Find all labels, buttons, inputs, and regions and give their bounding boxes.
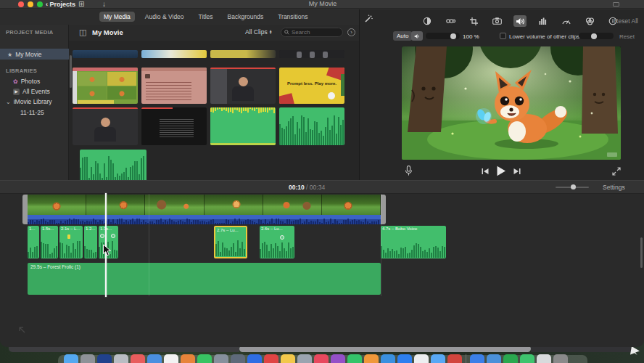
fullscreen-icon[interactable]: [612, 167, 621, 176]
media-browser-icon[interactable]: ⊞: [78, 0, 84, 9]
enhance-wand-icon[interactable]: [364, 15, 373, 23]
tab-titles[interactable]: Titles: [194, 12, 218, 22]
play-icon[interactable]: [496, 166, 506, 176]
media-thumbnail-fox-grid[interactable]: [73, 68, 138, 104]
media-thumbnail[interactable]: [141, 50, 207, 58]
media-thumbnail[interactable]: [279, 50, 344, 58]
audio-clip-6[interactable]: 2.6s – Lu...: [260, 226, 294, 258]
dock-app-icon[interactable]: [164, 354, 178, 363]
previous-frame-icon[interactable]: [482, 168, 489, 175]
volume-icon[interactable]: [513, 15, 527, 27]
dock-app-icon[interactable]: [553, 354, 568, 363]
dock-app-icon[interactable]: [114, 354, 128, 363]
sidebar-item-all-events[interactable]: ▶ All Events: [13, 88, 50, 95]
media-scrollbar[interactable]: [70, 55, 72, 88]
media-thumbnail-notes[interactable]: [141, 68, 207, 104]
audio-clip-selected[interactable]: 2.7s – Lu...: [214, 226, 247, 258]
dock-app-icon[interactable]: [64, 354, 78, 363]
dock-app-icon[interactable]: [537, 354, 551, 363]
timeline-zoom-slider[interactable]: [556, 187, 589, 188]
dock-app-icon[interactable]: [347, 354, 362, 363]
audio-clip-3[interactable]: 2.1s – L...: [59, 226, 83, 258]
volume-reset-button[interactable]: Reset: [619, 33, 635, 40]
auto-volume-button[interactable]: Auto: [393, 31, 412, 41]
dock-app-icon[interactable]: [381, 354, 395, 363]
tab-backgrounds[interactable]: Backgrounds: [223, 12, 268, 22]
dock-app-icon[interactable]: [214, 354, 228, 363]
volume-keyframe[interactable]: [280, 235, 284, 240]
sidebar-item-imovie-library[interactable]: ⌄ iMovie Library: [6, 98, 52, 105]
color-balance-icon[interactable]: [421, 15, 434, 27]
timeline[interactable]: 1... 1.5s... 2.1s – L... 1.2... 1.3s...: [0, 194, 644, 347]
media-thumbnail-slide[interactable]: Prompt less. Play more.: [279, 68, 344, 104]
reset-all-button[interactable]: Reset All: [614, 17, 638, 25]
tab-my-media[interactable]: My Media: [99, 12, 135, 22]
dock-app-icon[interactable]: [281, 354, 295, 363]
video-clip-audio-track[interactable]: [28, 215, 381, 224]
dock-app-icon[interactable]: [431, 354, 445, 363]
dock-app-icon[interactable]: [364, 354, 379, 363]
noise-reduction-icon[interactable]: [537, 15, 550, 27]
dock-app-icon[interactable]: [470, 354, 484, 363]
preview-viewer[interactable]: [402, 46, 621, 160]
volume-slider-knob[interactable]: [450, 33, 456, 39]
dock-app-icon[interactable]: [97, 354, 112, 363]
audio-clip-1[interactable]: 1...: [28, 226, 39, 258]
media-thumbnail-audio-2[interactable]: [279, 107, 344, 145]
projects-back-button[interactable]: ‹ Projects: [46, 1, 75, 8]
dock-app-icon[interactable]: [247, 354, 262, 363]
media-thumbnail[interactable]: [73, 50, 138, 58]
audio-clip-2[interactable]: 1.5s...: [41, 226, 58, 258]
dock-app-icon[interactable]: [231, 354, 245, 363]
speed-icon[interactable]: [560, 15, 573, 27]
search-input[interactable]: [292, 29, 339, 36]
media-thumbnail-presenter[interactable]: [210, 68, 276, 104]
dock-app-icon[interactable]: [447, 354, 462, 363]
dock-app-icon[interactable]: [331, 354, 345, 363]
dock-app-icon[interactable]: [264, 354, 278, 363]
media-thumbnail-terminal[interactable]: [141, 107, 207, 145]
clip-filter-icon[interactable]: [583, 15, 596, 27]
timeline-settings-button[interactable]: Settings: [603, 184, 625, 191]
color-correction-icon[interactable]: [444, 15, 457, 27]
all-clips-dropdown[interactable]: All Clips ▴▾: [245, 28, 271, 36]
sidebar-item-my-movie[interactable]: ★ My Movie: [7, 51, 42, 58]
stabilization-icon[interactable]: [490, 15, 503, 27]
music-clip-forest-frolic[interactable]: 29.5s – Forest Frolic (1): [28, 263, 381, 295]
dock-app-icon[interactable]: [131, 354, 145, 363]
dock-app-icon[interactable]: [503, 354, 518, 363]
volume-keyframe[interactable]: [100, 234, 104, 238]
import-media-icon[interactable]: ↓: [102, 0, 106, 9]
dock-app-icon[interactable]: [397, 354, 412, 363]
browser-more-icon[interactable]: ›: [347, 28, 355, 36]
media-thumbnail-audio-1[interactable]: [210, 107, 276, 145]
next-frame-icon[interactable]: [513, 168, 521, 175]
zoom-window-button[interactable]: [37, 1, 43, 7]
crop-icon[interactable]: [467, 15, 480, 27]
search-field[interactable]: [281, 28, 343, 37]
dock[interactable]: [64, 354, 568, 363]
ducking-slider[interactable]: [579, 33, 614, 39]
video-clip-filmstrip[interactable]: [28, 195, 381, 215]
minimize-window-button[interactable]: [28, 1, 33, 7]
media-thumbnail-presenter-2[interactable]: [73, 107, 138, 145]
sidebar-item-photos[interactable]: ✿ Photos: [13, 78, 40, 85]
dock-app-icon[interactable]: [314, 354, 329, 363]
sidebar-item-event-11-11-25[interactable]: 11-11-25: [20, 109, 44, 116]
dock-app-icon[interactable]: [80, 354, 95, 363]
dock-app-icon[interactable]: [414, 354, 429, 363]
ducking-slider-knob[interactable]: [591, 33, 597, 39]
media-thumbnail[interactable]: [210, 50, 276, 58]
sidebar-toggle-icon[interactable]: ◫: [79, 28, 86, 37]
tab-transitions[interactable]: Transitions: [273, 12, 312, 22]
clip-trim-handle-left[interactable]: [22, 195, 28, 224]
volume-keyframe[interactable]: [111, 234, 115, 238]
dock-app-icon[interactable]: [147, 354, 162, 363]
dock-app-icon[interactable]: [297, 354, 312, 363]
voiceover-mic-icon[interactable]: [405, 166, 413, 176]
dock-app-icon[interactable]: [197, 354, 212, 363]
dock-app-icon[interactable]: [520, 354, 534, 363]
dock-app-icon[interactable]: [487, 354, 501, 363]
lower-volume-checkbox[interactable]: [500, 33, 506, 39]
audio-clip-4[interactable]: 1.2...: [84, 226, 97, 258]
